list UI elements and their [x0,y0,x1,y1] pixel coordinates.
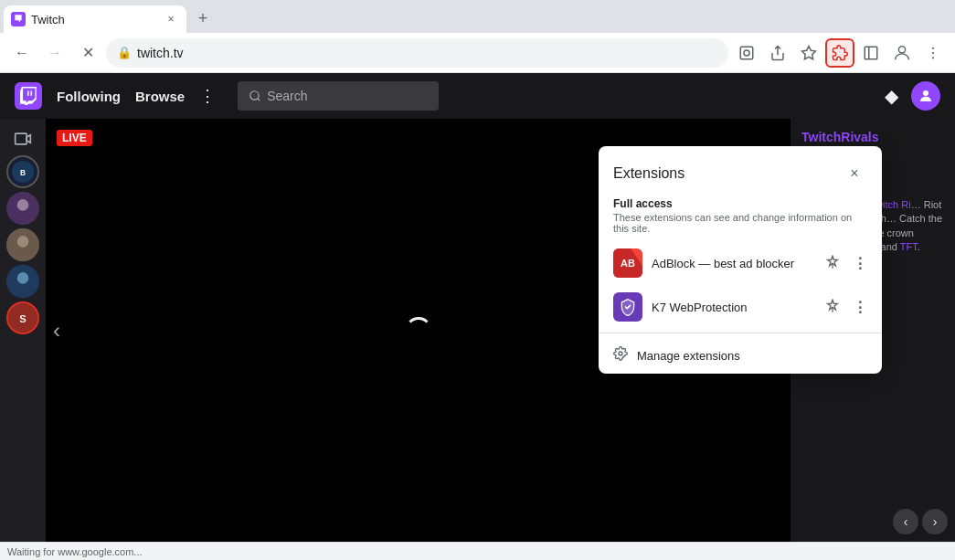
sidebar-item-5[interactable]: S [6,301,39,334]
panel-nav-arrows: ‹ › [791,502,955,542]
sidebar-item-1[interactable]: B [6,155,39,188]
extensions-popup: Extensions × Full access These extension… [599,146,882,374]
svg-text:B: B [20,168,26,177]
sidebar-video-icon[interactable] [6,126,39,152]
svg-point-17 [17,199,29,211]
tab-bar: Twitch × + [0,0,955,33]
svg-rect-8 [27,90,28,95]
tab-close-button[interactable]: × [163,11,179,27]
popup-header: Extensions × [599,146,882,194]
svg-rect-0 [740,47,753,59]
refresh-button[interactable]: ✕ [73,38,102,68]
svg-text:S: S [19,313,27,324]
k7-name: K7 WebProtection [652,301,816,314]
bookmark-button[interactable] [794,38,823,68]
status-text: Waiting for www.google.com... [7,546,143,557]
panel-next-arrow[interactable]: › [922,509,948,534]
svg-line-11 [258,99,260,101]
lock-icon: 🔒 [117,46,132,59]
forward-button[interactable]: → [40,38,69,68]
adblock-name: AdBlock — best ad blocker [652,257,816,270]
svg-point-10 [250,91,259,100]
popup-section-label: Full access [599,194,882,210]
twitch-header: Following Browse ⋮ Search ◆ [0,73,955,119]
svg-point-26 [619,352,622,355]
more-nav-button[interactable]: ⋮ [199,86,216,106]
new-tab-button[interactable]: + [190,5,216,31]
tab-favicon [11,12,26,26]
sidebar-item-2[interactable] [6,192,39,225]
highlight-3: TFT [900,241,918,252]
live-badge: LIVE [57,130,92,146]
extension-item-k7: K7 WebProtection ⋮ [599,285,882,329]
adblock-pin-button[interactable] [825,255,840,272]
adblock-menu-button[interactable]: ⋮ [853,255,867,272]
svg-point-19 [17,236,29,248]
panel-prev-arrow[interactable]: ‹ [893,509,918,534]
page-content: Following Browse ⋮ Search ◆ [0,73,955,542]
k7-icon [613,292,642,322]
svg-point-21 [17,272,29,284]
extensions-button[interactable] [825,38,854,68]
popup-close-button[interactable]: × [842,161,867,186]
twitch-logo[interactable] [15,82,42,110]
sidebar-toggle-button[interactable] [856,38,886,68]
address-bar[interactable]: 🔒 twitch.tv [106,38,728,68]
prev-arrow[interactable]: ‹ [53,318,60,343]
header-right: ◆ [878,81,940,111]
svg-point-6 [932,51,934,53]
loading-spinner [405,317,432,344]
svg-point-1 [744,50,749,56]
svg-point-4 [898,46,905,52]
svg-rect-9 [31,90,32,95]
svg-point-12 [923,90,928,96]
back-button[interactable]: ← [7,38,37,68]
extension-item-adblock: AB AdBlock — best ad blocker ⋮ [599,241,882,285]
active-tab[interactable]: Twitch × [4,5,186,33]
left-sidebar: B S [0,119,46,542]
k7-pin-button[interactable] [825,299,840,316]
adblock-icon: AB [613,248,642,278]
manage-extensions-label: Manage extensions [637,349,740,363]
browser-frame: Twitch × + ← → ✕ 🔒 twitch.tv [0,0,955,560]
toolbar-icons [732,38,948,68]
manage-gear-icon [613,346,628,365]
tab-title: Twitch [31,13,157,26]
more-menu-button[interactable] [918,38,948,68]
browse-link[interactable]: Browse [135,89,185,104]
popup-divider [599,333,882,333]
search-placeholder: Search [267,89,307,103]
svg-rect-2 [865,47,877,59]
screen-capture-button[interactable] [732,38,761,68]
profile-button[interactable] [887,38,917,68]
k7-menu-button[interactable]: ⋮ [853,299,867,316]
sidebar-item-3[interactable] [6,228,39,261]
user-avatar-header[interactable] [911,81,940,111]
sidebar-item-4[interactable] [6,265,39,298]
following-link[interactable]: Following [57,89,121,104]
svg-rect-13 [16,133,27,144]
manage-extensions-row[interactable]: Manage extensions [599,337,882,374]
popup-section-desc: These extensions can see and change info… [599,210,882,241]
nav-bar: ← → ✕ 🔒 twitch.tv [0,33,955,73]
popup-title: Extensions [613,165,684,182]
share-button[interactable] [763,38,792,68]
channel-name[interactable]: TwitchRivals [801,130,944,144]
diamond-icon[interactable]: ◆ [878,83,904,109]
address-text: twitch.tv [137,46,717,60]
header-nav: Following Browse ⋮ [57,86,216,106]
svg-point-7 [932,57,934,58]
svg-point-5 [932,47,934,48]
status-bar: Waiting for www.google.com... [0,542,955,560]
search-box[interactable]: Search [238,81,439,111]
